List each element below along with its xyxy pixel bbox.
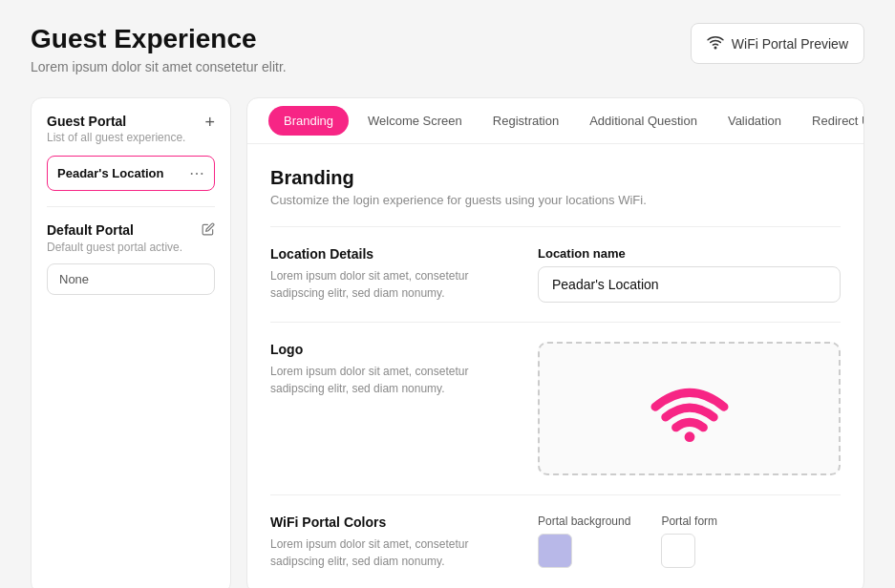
- tab-validation[interactable]: Validation: [714, 100, 795, 141]
- branding-heading: Branding: [270, 167, 841, 189]
- portal-background-label: Portal background: [538, 514, 630, 528]
- default-portal-value: None: [47, 263, 215, 295]
- portal-background-swatch[interactable]: [538, 534, 572, 568]
- sidebar: Guest Portal List of all guest experienc…: [31, 97, 231, 588]
- wifi-logo-icon: [647, 366, 733, 452]
- menu-dots-icon: ⋯: [189, 165, 204, 181]
- section-divider-2: [270, 322, 841, 323]
- portal-form-group: Portal form: [661, 514, 717, 568]
- sidebar-divider: [47, 206, 215, 207]
- logo-title: Logo: [270, 342, 500, 357]
- tab-registration[interactable]: Registration: [479, 100, 572, 141]
- wifi-portal-preview-button[interactable]: WiFi Portal Preview: [691, 23, 864, 64]
- panel-content: Branding Customize the login experience …: [247, 144, 863, 588]
- page-subtitle: Lorem ipsum dolor sit amet consetetur el…: [31, 59, 287, 74]
- default-portal-title: Default Portal: [47, 222, 134, 238]
- active-portal-name: Peadar's Location: [57, 166, 163, 180]
- location-name-label: Location name: [538, 246, 841, 261]
- tab-branding[interactable]: Branding: [268, 106, 349, 136]
- default-portal-subtitle: Default guest portal active.: [47, 241, 215, 254]
- portal-form-label: Portal form: [661, 514, 717, 528]
- plus-icon: +: [204, 113, 215, 132]
- svg-point-0: [714, 47, 716, 49]
- guest-portal-title: Guest Portal: [47, 114, 185, 129]
- edit-icon: [202, 223, 215, 239]
- portal-background-group: Portal background: [538, 514, 630, 568]
- edit-default-portal-button[interactable]: [202, 222, 215, 239]
- active-portal-item[interactable]: Peadar's Location ⋯: [47, 156, 215, 191]
- location-details-title: Location Details: [270, 246, 500, 262]
- tab-redirect-url[interactable]: Redirect URL: [799, 100, 864, 141]
- wifi-icon: [707, 33, 724, 53]
- add-guest-portal-button[interactable]: +: [204, 114, 215, 131]
- tab-welcome-screen[interactable]: Welcome Screen: [354, 100, 476, 141]
- wifi-colors-title: WiFi Portal Colors: [270, 514, 500, 530]
- logo-upload-area[interactable]: [538, 342, 841, 475]
- branding-description: Customize the login experience for guest…: [270, 193, 841, 207]
- location-details-desc: Lorem ipsum dolor sit amet, consetetur s…: [270, 267, 500, 302]
- default-portal-section: Default Portal Default guest portal acti…: [47, 222, 215, 295]
- page-title: Guest Experience: [31, 23, 287, 55]
- guest-portal-subtitle: List of all guest experience.: [47, 131, 185, 144]
- logo-desc: Lorem ipsum dolor sit amet, consetetur s…: [270, 363, 500, 397]
- wifi-preview-label: WiFi Portal Preview: [732, 36, 848, 52]
- wifi-colors-desc: Lorem ipsum dolor sit amet, consetetur s…: [270, 536, 500, 570]
- location-details-row: Location Details Lorem ipsum dolor sit a…: [270, 246, 841, 303]
- svg-point-1: [684, 431, 694, 442]
- main-panel: Branding Welcome Screen Registration Add…: [246, 97, 864, 588]
- location-name-input[interactable]: [538, 266, 841, 303]
- tabs-bar: Branding Welcome Screen Registration Add…: [247, 98, 863, 144]
- tab-additional-question[interactable]: Additional Question: [576, 100, 711, 141]
- portal-form-swatch[interactable]: [661, 534, 695, 568]
- section-divider-3: [270, 494, 841, 495]
- colors-row: WiFi Portal Colors Lorem ipsum dolor sit…: [270, 514, 841, 570]
- section-divider-1: [270, 226, 841, 227]
- logo-row: Logo Lorem ipsum dolor sit amet, consete…: [270, 342, 841, 475]
- portal-item-menu-button[interactable]: ⋯: [189, 164, 204, 182]
